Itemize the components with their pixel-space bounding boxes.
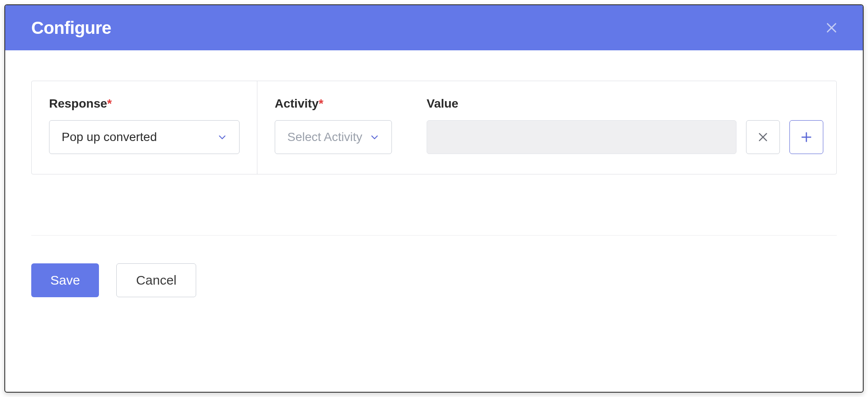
configure-modal: Configure Response* Pop up converted [4,4,864,393]
footer-actions: Save Cancel [31,263,837,297]
chevron-down-icon [370,132,379,142]
add-row-button[interactable] [789,120,823,154]
close-icon [757,131,769,143]
activity-field-group: Activity* Select Activity [257,81,409,174]
close-icon [825,21,838,35]
response-field-group: Response* Pop up converted [32,81,257,174]
required-marker: * [319,97,323,110]
close-button[interactable] [821,17,842,38]
save-button[interactable]: Save [31,263,99,297]
value-row [427,120,823,154]
activity-placeholder: Select Activity [287,130,362,144]
activity-label: Activity* [275,97,392,111]
activity-label-text: Activity [275,97,319,110]
response-dropdown[interactable]: Pop up converted [49,120,240,154]
cancel-button[interactable]: Cancel [116,263,196,297]
modal-title: Configure [31,18,111,38]
value-label: Value [427,97,823,111]
chevron-down-icon [217,132,227,142]
response-label: Response* [49,97,240,111]
plus-icon [800,131,813,144]
remove-row-button[interactable] [746,120,780,154]
required-marker: * [107,97,112,110]
modal-header: Configure [5,5,863,50]
value-input[interactable] [427,120,736,154]
response-selected-value: Pop up converted [62,130,157,144]
config-row: Response* Pop up converted Activity* Sel… [31,81,837,174]
activity-dropdown[interactable]: Select Activity [275,120,392,154]
value-field-group: Value [409,81,836,174]
modal-body: Response* Pop up converted Activity* Sel… [5,50,863,392]
response-label-text: Response [49,97,107,110]
divider [31,235,837,236]
